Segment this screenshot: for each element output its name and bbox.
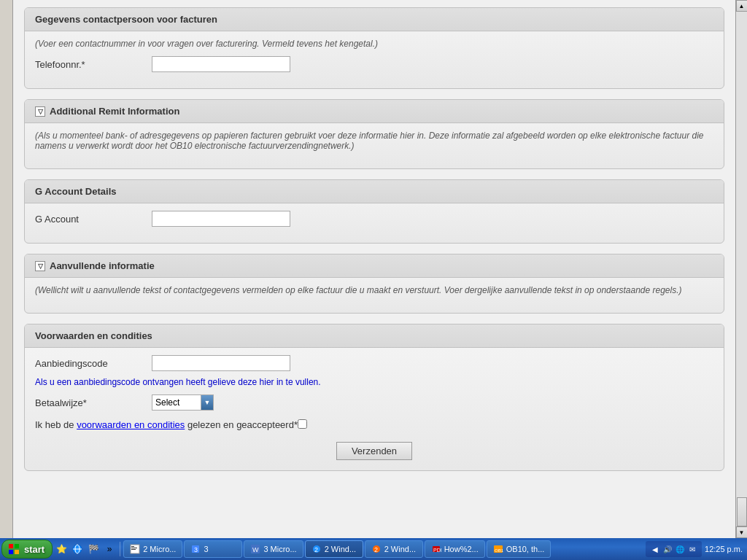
remit-section: ▽ Additional Remit Information (Als u mo… bbox=[24, 99, 724, 169]
betaalwijze-label: Betaalwijze* bbox=[35, 397, 152, 408]
svg-rect-8 bbox=[131, 546, 134, 547]
taskbar-item-0[interactable]: 2 Micro... bbox=[123, 540, 182, 558]
terms-label: Ik heb de voorwaarden en condities gelez… bbox=[35, 418, 298, 433]
gaccount-input[interactable] bbox=[152, 211, 290, 227]
taskbar-item-5-icon: PDF bbox=[431, 544, 441, 554]
scrollbar[interactable]: ▲ ▼ bbox=[735, 0, 747, 538]
scrollbar-thumb[interactable] bbox=[737, 497, 747, 526]
svg-rect-3 bbox=[15, 550, 19, 554]
taskbar-item-4-icon: 2 bbox=[371, 544, 382, 554]
svg-text:OB10: OB10 bbox=[495, 548, 503, 553]
contact-title: Gegevens contactpersoon voor facturen bbox=[35, 14, 217, 25]
systray-arrow-icon[interactable]: ◀ bbox=[650, 544, 660, 554]
terms-row: Ik heb de voorwaarden en condities gelez… bbox=[35, 418, 713, 433]
voorwaarden-section-body: Aanbiedingscode Als u een aanbiedingscod… bbox=[25, 348, 724, 470]
terms-checkbox[interactable] bbox=[298, 419, 307, 429]
contact-description: (Voer een contactnummer in voor vragen o… bbox=[35, 39, 713, 49]
remit-section-header: ▽ Additional Remit Information bbox=[25, 100, 724, 123]
gaccount-title: G Account Details bbox=[35, 186, 116, 197]
voorwaarden-section-header: Voorwaarden en condities bbox=[25, 324, 724, 348]
gaccount-section: G Account Details G Account bbox=[24, 179, 724, 244]
taskbar-item-4[interactable]: 2 2 Wind... bbox=[365, 540, 423, 558]
scrollbar-track[interactable] bbox=[736, 12, 748, 526]
aanvullende-title: Aanvullende informatie bbox=[50, 260, 155, 271]
start-label: start bbox=[24, 544, 44, 555]
remit-title: Additional Remit Information bbox=[50, 106, 179, 117]
page-wrapper: Gegevens contactpersoon voor facturen (V… bbox=[0, 0, 747, 560]
ql-star-icon[interactable]: ⭐ bbox=[54, 542, 69, 556]
aanvullende-description: (Wellicht wilt u aanvullende tekst of co… bbox=[35, 285, 713, 295]
main-content: Gegevens contactpersoon voor facturen (V… bbox=[0, 0, 747, 538]
phone-row: Telefoonnr.* bbox=[35, 56, 713, 72]
voorwaarden-title: Voorwaarden en condities bbox=[35, 330, 152, 341]
terms-link[interactable]: voorwaarden en condities bbox=[77, 419, 185, 430]
aanbiedingscode-hint: Als u een aanbiedingscode ontvangen heef… bbox=[35, 377, 713, 387]
taskbar-item-1-label: 3 bbox=[204, 545, 208, 553]
gaccount-label: G Account bbox=[35, 214, 152, 225]
svg-rect-1 bbox=[15, 544, 19, 548]
terms-checkbox-area bbox=[298, 418, 307, 431]
svg-rect-0 bbox=[9, 544, 13, 548]
remit-collapse-icon[interactable]: ▽ bbox=[35, 106, 45, 117]
ql-flag-icon[interactable]: 🏁 bbox=[86, 542, 101, 556]
content-area: Gegevens contactpersoon voor facturen (V… bbox=[13, 0, 735, 538]
gaccount-section-header: G Account Details bbox=[25, 180, 724, 203]
betaalwijze-select-wrapper: Select bbox=[152, 394, 214, 411]
systray-envelope-icon[interactable]: ✉ bbox=[687, 544, 697, 554]
svg-rect-9 bbox=[131, 548, 137, 548]
betaalwijze-select[interactable]: Select bbox=[152, 394, 214, 411]
systray: ◀ 🔊 🌐 ✉ bbox=[646, 541, 702, 557]
svg-rect-2 bbox=[9, 550, 13, 554]
aanvullende-section-body: (Wellicht wilt u aanvullende tekst of co… bbox=[25, 278, 724, 313]
taskbar-item-5-label: How%2... bbox=[444, 545, 479, 553]
systray-speaker-icon[interactable]: 🔊 bbox=[662, 544, 673, 554]
taskbar-item-1[interactable]: 3 3 bbox=[184, 540, 242, 558]
taskbar-item-4-label: 2 Wind... bbox=[384, 545, 416, 553]
taskbar-item-2[interactable]: W 3 Micro... bbox=[244, 540, 303, 558]
aanvullende-collapse-icon[interactable]: ▽ bbox=[35, 261, 45, 271]
taskbar-item-1-icon: 3 bbox=[190, 544, 201, 554]
left-bar bbox=[0, 0, 13, 538]
remit-description: (Als u momenteel bank- of adresgegevens … bbox=[35, 131, 713, 151]
taskbar-items: 2 Micro... 3 3 W 3 Micro... 2 2 Wind... bbox=[123, 540, 641, 558]
betaalwijze-row: Betaalwijze* Select bbox=[35, 394, 713, 411]
svg-text:2: 2 bbox=[374, 546, 378, 553]
scrollbar-down-btn[interactable]: ▼ bbox=[736, 526, 748, 538]
svg-rect-10 bbox=[131, 549, 136, 550]
start-windows-icon bbox=[7, 542, 21, 556]
aanbiedingscode-input[interactable] bbox=[152, 355, 290, 371]
svg-text:2: 2 bbox=[314, 546, 318, 553]
taskbar-item-6[interactable]: OB10 OB10, th... bbox=[487, 540, 551, 558]
svg-text:W: W bbox=[252, 546, 259, 553]
taskbar-item-2-icon: W bbox=[250, 544, 260, 554]
terms-text-2: gelezen en geaccepteerd* bbox=[187, 419, 298, 430]
aanbiedingscode-label: Aanbiedingscode bbox=[35, 358, 152, 369]
scrollbar-up-btn[interactable]: ▲ bbox=[736, 0, 748, 12]
phone-input[interactable] bbox=[152, 56, 290, 72]
taskbar-item-2-label: 3 Micro... bbox=[263, 545, 296, 553]
clock: 12:25 p.m. bbox=[705, 545, 743, 553]
submit-button[interactable]: Verzenden bbox=[336, 442, 412, 460]
taskbar-item-3-icon: 2 bbox=[311, 544, 322, 554]
contact-section: Gegevens contactpersoon voor facturen (V… bbox=[24, 7, 724, 89]
contact-section-body: (Voer een contactnummer in voor vragen o… bbox=[25, 31, 724, 88]
taskbar-item-0-icon bbox=[130, 544, 140, 554]
taskbar-item-0-label: 2 Micro... bbox=[143, 545, 176, 553]
taskbar-item-5[interactable]: PDF How%2... bbox=[425, 540, 485, 558]
ql-ie-icon[interactable] bbox=[70, 542, 85, 556]
svg-text:PDF: PDF bbox=[433, 548, 441, 553]
taskbar-item-3-label: 2 Wind... bbox=[325, 545, 356, 553]
remit-section-body: (Als u momenteel bank- of adresgegevens … bbox=[25, 123, 724, 168]
gaccount-section-body: G Account bbox=[25, 203, 724, 243]
start-button[interactable]: start bbox=[1, 540, 53, 559]
terms-text-1: Ik heb de bbox=[35, 419, 74, 430]
aanvullende-section: ▽ Aanvullende informatie (Wellicht wilt … bbox=[24, 254, 724, 314]
taskbar-right: ◀ 🔊 🌐 ✉ 12:25 p.m. bbox=[643, 541, 746, 557]
systray-network-icon[interactable]: 🌐 bbox=[675, 544, 685, 554]
ql-arrow-icon[interactable]: » bbox=[102, 542, 117, 556]
aanbiedingscode-row: Aanbiedingscode bbox=[35, 355, 713, 371]
taskbar: start ⭐ 🏁 » 2 Micro... bbox=[0, 538, 747, 560]
svg-text:3: 3 bbox=[194, 546, 198, 553]
submit-row: Verzenden bbox=[35, 442, 713, 460]
taskbar-item-3[interactable]: 2 2 Wind... bbox=[305, 540, 363, 558]
